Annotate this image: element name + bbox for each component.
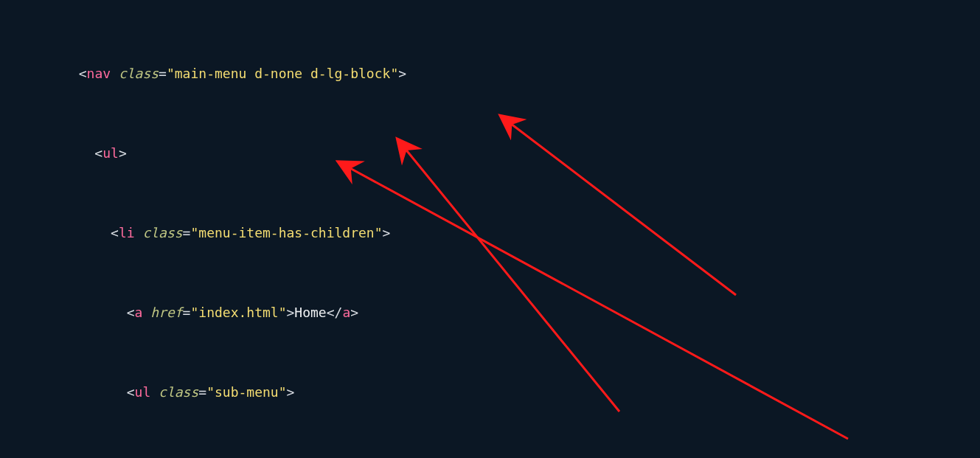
svg-line-1 bbox=[398, 140, 619, 412]
code-editor[interactable]: <nav class="main-menu d-none d-lg-block"… bbox=[0, 0, 980, 458]
code-line[interactable]: <ul> bbox=[15, 143, 980, 163]
code-line[interactable]: <nav class="main-menu d-none d-lg-block"… bbox=[15, 63, 980, 83]
code-line[interactable]: <li class="menu-item-has-children"> bbox=[15, 223, 980, 243]
code-line[interactable]: <a href="index.html">Home</a> bbox=[15, 302, 980, 322]
code-line[interactable]: <ul class="sub-menu"> bbox=[15, 382, 980, 402]
